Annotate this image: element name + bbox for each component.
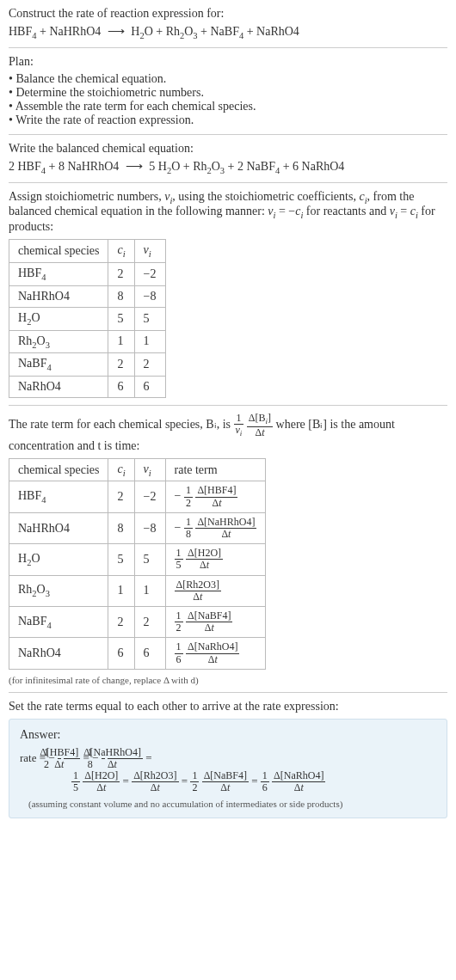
table-header: ci: [108, 240, 134, 263]
cell: 8: [108, 512, 134, 543]
infinitesimal-note: (for infinitesimal rate of change, repla…: [9, 675, 447, 685]
cell: H2O: [9, 544, 108, 575]
table-header: chemical species: [9, 240, 108, 263]
final-text: Set the rate terms equal to each other t…: [9, 700, 447, 714]
cell: 16 Δ[NaRhO4]Δt: [165, 638, 266, 669]
table-row: H2O5515 Δ[H2O]Δt: [9, 544, 266, 575]
table-row: NaBF422: [9, 353, 166, 377]
divider: [9, 47, 447, 48]
cell: 1: [108, 330, 134, 353]
table-row: NaBF42212 Δ[NaBF4]Δt: [9, 606, 266, 637]
cell: −8: [134, 512, 165, 543]
cell: −2: [134, 262, 165, 285]
table-header: ci: [108, 458, 134, 481]
stoichiometry-table: chemical species ci νi HBF42−2 NaHRhO48−…: [9, 239, 166, 398]
cell: HBF4: [9, 262, 108, 285]
cell: −2: [134, 481, 165, 512]
table-row: NaHRhO48−8− 18 Δ[NaHRhO4]Δt: [9, 512, 266, 543]
cell: 2: [108, 606, 134, 637]
table-row: H2O55: [9, 307, 166, 330]
answer-box: Answer: rate = − 12 Δ[HBF4]Δt = − 18 Δ[N…: [9, 719, 447, 819]
table-row: Rh2O311: [9, 330, 166, 353]
cell: 2: [108, 481, 134, 512]
cell: 1: [134, 330, 165, 353]
rate-term-table: chemical species ci νi rate term HBF42−2…: [9, 458, 266, 670]
page-title: Construct the rate of reaction expressio…: [9, 7, 447, 21]
table-row: Rh2O311Δ[Rh2O3]Δt: [9, 575, 266, 606]
cell: −8: [134, 285, 165, 307]
cell: − 18 Δ[NaHRhO4]Δt: [165, 512, 266, 543]
plan-item: Balance the chemical equation.: [9, 72, 447, 86]
plan-item: Write the rate of reaction expression.: [9, 113, 447, 127]
cell: 2: [108, 262, 134, 285]
cell: NaBF4: [9, 353, 108, 377]
divider: [9, 134, 447, 135]
answer-expression: rate = − 12 Δ[HBF4]Δt = − 18 Δ[NaHRhO4]Δ…: [20, 747, 436, 794]
plan-list: Balance the chemical equation. Determine…: [9, 72, 447, 127]
table-row: NaHRhO48−8: [9, 285, 166, 307]
cell: NaRhO4: [9, 638, 108, 669]
cell: 6: [134, 377, 165, 398]
cell: Rh2O3: [9, 330, 108, 353]
divider: [9, 405, 447, 406]
table-row: NaRhO466: [9, 377, 166, 398]
stoich-text: Assign stoichiometric numbers, νi, using…: [9, 190, 447, 235]
rate-term-text: The rate term for each chemical species,…: [9, 413, 447, 452]
cell: 5: [134, 544, 165, 575]
cell: 6: [108, 638, 134, 669]
table-header: νi: [134, 240, 165, 263]
cell: 8: [108, 285, 134, 307]
cell: H2O: [9, 307, 108, 330]
plan-item: Assemble the rate term for each chemical…: [9, 100, 447, 113]
cell: 15 Δ[H2O]Δt: [165, 544, 266, 575]
table-header: chemical species: [9, 458, 108, 481]
balanced-label: Write the balanced chemical equation:: [9, 142, 447, 156]
cell: − 12 Δ[HBF4]Δt: [165, 481, 266, 512]
cell: 6: [108, 377, 134, 398]
cell: Rh2O3: [9, 575, 108, 606]
cell: NaRhO4: [9, 377, 108, 398]
cell: 6: [134, 638, 165, 669]
cell: 1: [134, 575, 165, 606]
unbalanced-equation: HBF4 + NaHRhO4 ⟶ H2O + Rh2O3 + NaBF4 + N…: [9, 24, 447, 40]
table-header: rate term: [165, 458, 266, 481]
cell: 5: [108, 544, 134, 575]
table-row: HBF42−2: [9, 262, 166, 285]
answer-label: Answer:: [20, 728, 436, 742]
cell: 2: [108, 353, 134, 377]
cell: NaHRhO4: [9, 285, 108, 307]
cell: 5: [134, 307, 165, 330]
cell: 2: [134, 353, 165, 377]
table-row: NaRhO46616 Δ[NaRhO4]Δt: [9, 638, 266, 669]
plan-label: Plan:: [9, 55, 447, 69]
cell: 12 Δ[NaBF4]Δt: [165, 606, 266, 637]
divider: [9, 692, 447, 693]
balanced-equation: 2 HBF4 + 8 NaHRhO4 ⟶ 5 H2O + Rh2O3 + 2 N…: [9, 159, 447, 175]
answer-note: (assuming constant volume and no accumul…: [20, 799, 436, 809]
cell: HBF4: [9, 481, 108, 512]
table-row: HBF42−2− 12 Δ[HBF4]Δt: [9, 481, 266, 512]
cell: 2: [134, 606, 165, 637]
cell: NaHRhO4: [9, 512, 108, 543]
cell: Δ[Rh2O3]Δt: [165, 575, 266, 606]
cell: 1: [108, 575, 134, 606]
cell: 5: [108, 307, 134, 330]
plan-item: Determine the stoichiometric numbers.: [9, 86, 447, 100]
divider: [9, 182, 447, 183]
table-header: νi: [134, 458, 165, 481]
cell: NaBF4: [9, 606, 108, 637]
